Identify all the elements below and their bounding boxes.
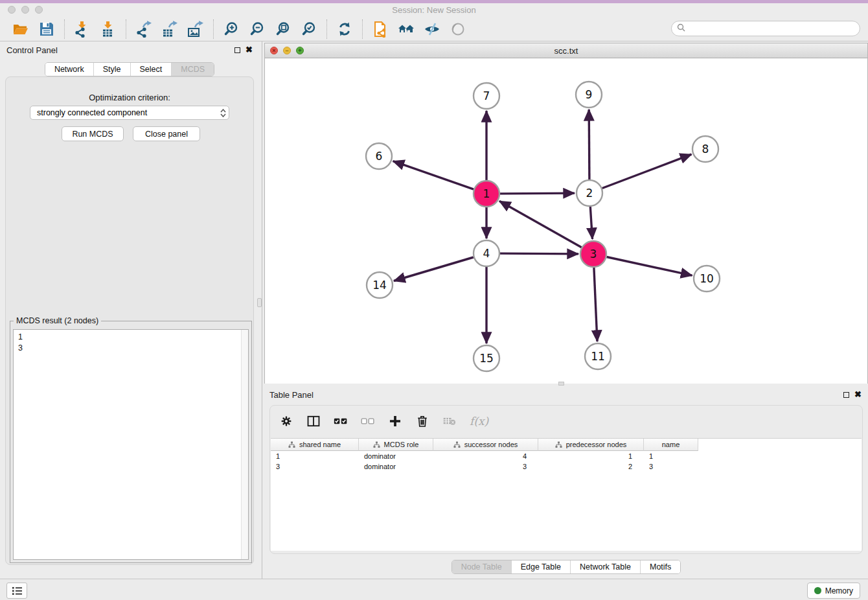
table-panel-title: Table Panel	[264, 390, 843, 400]
tab-network-table[interactable]: Network Table	[570, 560, 640, 573]
network-canvas[interactable]: 1234678910111415	[265, 58, 867, 384]
edge-2-3[interactable]	[590, 207, 592, 239]
search-input[interactable]	[685, 22, 860, 35]
edge-3-11[interactable]	[594, 268, 597, 341]
table-row[interactable]: 1dominator411	[271, 451, 862, 461]
edge-1-2[interactable]	[500, 193, 575, 194]
vertical-splitter-handle[interactable]	[257, 298, 262, 307]
cell-name[interactable]: 3	[644, 463, 698, 470]
export-image-icon[interactable]	[185, 19, 207, 39]
maximize-view-icon[interactable]: +	[296, 47, 304, 54]
column-header-successor-nodes[interactable]: successor nodes	[433, 439, 538, 451]
toolbar-separator	[362, 19, 363, 39]
status-bar: Memory	[0, 579, 868, 600]
inactive-eye-icon[interactable]	[447, 19, 469, 39]
optimization-select[interactable]: strongly connected component	[30, 106, 229, 120]
edge-3-10[interactable]	[607, 257, 692, 276]
deselect-all-icon[interactable]	[361, 412, 375, 430]
tab-edge-table[interactable]: Edge Table	[511, 560, 570, 573]
graph-node-9[interactable]: 9	[576, 82, 602, 108]
column-header-MCDS-role[interactable]: MCDS role	[359, 439, 433, 451]
cell-shared-name[interactable]: 3	[271, 463, 359, 470]
float-table-panel-icon[interactable]	[843, 392, 849, 398]
table-row[interactable]: 3dominator323	[271, 461, 862, 472]
graph-node-14[interactable]: 14	[367, 272, 393, 298]
result-scrollbar[interactable]	[241, 330, 248, 559]
zoom-in-icon[interactable]	[220, 19, 242, 39]
function-builder-icon: f(x)	[470, 415, 488, 428]
column-header-name[interactable]: name	[644, 439, 698, 451]
graph-node-11[interactable]: 11	[585, 343, 611, 369]
cell-MCDS-role[interactable]: dominator	[359, 463, 433, 470]
mcds-result-textarea[interactable]: 1 3	[13, 329, 249, 560]
tab-node-table[interactable]: Node Table	[452, 560, 511, 573]
refresh-icon[interactable]	[334, 19, 356, 39]
graph-node-2[interactable]: 2	[577, 180, 602, 206]
edge-4-3[interactable]	[500, 253, 578, 254]
mcds-tab-content: Optimization criterion: strongly connect…	[5, 76, 254, 565]
export-table-icon[interactable]	[159, 19, 181, 39]
cell-successor-nodes[interactable]: 3	[433, 463, 538, 470]
zoom-out-icon[interactable]	[246, 19, 268, 39]
close-panel-icon[interactable]: ✖	[246, 47, 253, 53]
graph-node-1[interactable]: 1	[474, 181, 499, 207]
toolbar-separator	[64, 19, 65, 39]
open-session-icon[interactable]	[369, 19, 391, 39]
tab-network[interactable]: Network	[45, 63, 93, 76]
zoom-selected-icon[interactable]	[298, 19, 320, 39]
edge-1-6[interactable]	[393, 161, 474, 190]
float-panel-icon[interactable]	[234, 47, 240, 53]
tab-select[interactable]: Select	[130, 63, 172, 76]
tab-style[interactable]: Style	[93, 63, 130, 76]
graph-node-6[interactable]: 6	[366, 143, 392, 169]
close-view-icon[interactable]: ×	[270, 47, 278, 54]
horizontal-splitter-handle[interactable]	[558, 382, 564, 386]
cell-predecessor-nodes[interactable]: 1	[538, 452, 644, 460]
edge-2-9[interactable]	[589, 110, 589, 179]
node-label: 3	[590, 248, 597, 260]
split-view-icon[interactable]	[306, 412, 321, 430]
close-table-panel-icon[interactable]: ✖	[854, 391, 862, 398]
cell-shared-name[interactable]: 1	[271, 452, 359, 460]
tab-mcds[interactable]: MCDS	[171, 63, 214, 76]
close-panel-button[interactable]: Close panel	[133, 126, 200, 141]
add-column-icon[interactable]	[388, 412, 402, 430]
edge-3-1[interactable]	[499, 201, 582, 247]
trash-icon[interactable]	[415, 412, 429, 430]
cell-MCDS-role[interactable]: dominator	[359, 452, 433, 460]
node-table-container: f(x) shared nameMCDS rolesuccessor nodes…	[269, 405, 863, 554]
memory-button[interactable]: Memory	[807, 583, 860, 599]
graph-node-7[interactable]: 7	[474, 83, 499, 109]
graph-node-15[interactable]: 15	[474, 345, 499, 371]
task-history-button[interactable]	[6, 583, 27, 599]
cell-successor-nodes[interactable]: 4	[433, 452, 538, 460]
import-table-icon[interactable]	[97, 19, 119, 39]
column-header-shared-name[interactable]: shared name	[271, 439, 359, 451]
import-network-icon[interactable]	[71, 19, 93, 39]
graph-node-3[interactable]: 3	[580, 241, 606, 267]
edge-4-14[interactable]	[394, 257, 474, 281]
cell-predecessor-nodes[interactable]: 2	[538, 463, 644, 470]
graph-node-10[interactable]: 10	[694, 266, 720, 292]
column-header-predecessor-nodes[interactable]: predecessor nodes	[538, 439, 644, 451]
hide-panel-icon[interactable]	[421, 19, 443, 39]
tab-motifs[interactable]: Motifs	[640, 560, 680, 573]
open-folder-icon[interactable]	[10, 19, 32, 39]
titlebar: Session: New Session	[0, 3, 868, 17]
run-mcds-button[interactable]: Run MCDS	[62, 126, 124, 141]
edge-2-8[interactable]	[602, 154, 692, 188]
home-icon[interactable]	[395, 19, 417, 39]
vertical-splitter[interactable]	[262, 41, 262, 579]
select-all-icon[interactable]	[334, 412, 348, 430]
zoom-fit-icon[interactable]	[272, 19, 294, 39]
column-label: shared name	[299, 441, 341, 448]
cell-name[interactable]: 1	[644, 452, 698, 460]
table-panel: Table Panel ✖ f(x) shared nameMCDS roles…	[264, 387, 868, 575]
gear-icon[interactable]	[279, 412, 293, 430]
graph-node-8[interactable]: 8	[692, 136, 718, 162]
minimize-view-icon[interactable]: –	[283, 47, 291, 54]
export-network-icon[interactable]	[133, 19, 155, 39]
search-box[interactable]	[671, 21, 860, 36]
graph-node-4[interactable]: 4	[474, 240, 499, 266]
save-icon[interactable]	[36, 19, 58, 39]
